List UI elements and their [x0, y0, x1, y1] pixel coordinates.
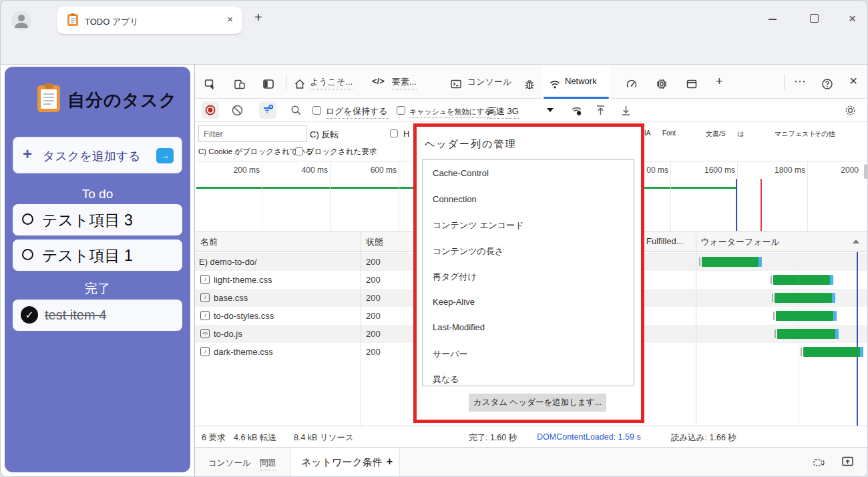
application-panel-icon[interactable]	[686, 78, 698, 90]
blocked-requests-checkbox[interactable]	[295, 147, 303, 155]
devtools-close-icon[interactable]: ×	[849, 73, 857, 89]
column-fulfilled[interactable]: Fulfilled...	[646, 236, 684, 246]
tab-elements[interactable]: 要素...	[392, 76, 417, 89]
throttling-select[interactable]: 高速 3G	[487, 105, 519, 119]
network-settings-gear-icon[interactable]	[844, 104, 856, 116]
filter-button[interactable]	[259, 101, 276, 119]
resource-type-filter[interactable]: マニフェスト	[775, 129, 815, 139]
tab-welcome[interactable]: ようこそ...	[310, 76, 353, 89]
resource-type-filter[interactable]: 文書/S	[706, 129, 725, 139]
invert-filter-label[interactable]: C) 反転	[310, 129, 339, 141]
debugger-bug-icon[interactable]	[523, 78, 535, 90]
inspect-element-icon[interactable]	[204, 78, 216, 90]
task-radio-icon[interactable]	[22, 213, 33, 225]
header-column-option[interactable]: 再タグ付け	[433, 271, 477, 283]
header-column-option[interactable]: Last-Modified	[433, 322, 485, 332]
tab-console[interactable]: コンソール	[467, 76, 511, 88]
tab-network[interactable]: Network	[542, 65, 610, 99]
tab-title: TODO アプリ	[85, 16, 139, 28]
column-waterfall[interactable]: ウォーターフォール	[700, 236, 780, 248]
filter-input[interactable]: Filter	[198, 125, 306, 142]
css-file-icon: /	[200, 293, 210, 302]
clear-button[interactable]	[231, 104, 243, 116]
overview-scrollbar[interactable]	[864, 164, 867, 179]
column-status[interactable]: 状態	[366, 236, 383, 248]
waterfall-bar[interactable]	[775, 293, 832, 303]
devtools-panel: ようこそ... </> 要素... コンソール Network	[194, 64, 868, 477]
todo-task-item[interactable]: テスト項目 3	[13, 204, 182, 235]
header-column-option[interactable]: Cache-Control	[433, 168, 489, 178]
waterfall-bar[interactable]	[773, 275, 830, 285]
request-name: base.css	[214, 293, 248, 303]
request-status: 200	[366, 329, 381, 339]
performance-gauge-icon[interactable]	[626, 78, 638, 90]
network-summary-bar: 6 要求 4.6 kB 転送 8.4 kB リソース 完了: 1.60 秒 DO…	[195, 426, 868, 447]
import-har-icon[interactable]	[594, 104, 606, 116]
console-tab-icon[interactable]	[450, 78, 462, 90]
waterfall-bar-cap	[758, 257, 762, 267]
more-tabs-plus-button[interactable]: +	[716, 75, 723, 89]
blocked-requests-label[interactable]: ブロックされた要求	[306, 147, 377, 157]
record-button[interactable]	[202, 101, 219, 119]
panel-layout-icon[interactable]	[262, 78, 274, 90]
resource-type-filter[interactable]: Font	[662, 129, 676, 137]
toolbar-divider	[286, 74, 286, 90]
welcome-tab-home-icon[interactable]	[294, 78, 306, 90]
waterfall-bar[interactable]	[777, 329, 835, 339]
new-tab-button[interactable]: +	[254, 10, 262, 25]
disable-cache-checkbox[interactable]	[397, 106, 405, 115]
dialog-title: ヘッダー列の管理	[425, 138, 516, 151]
help-icon[interactable]	[821, 78, 833, 90]
add-task-field[interactable]: + タスクを追加する →	[13, 137, 182, 173]
export-har-icon[interactable]	[620, 104, 632, 116]
resource-type-filter[interactable]: その他	[815, 129, 835, 139]
header-column-option[interactable]: Keep-Alive	[433, 297, 475, 307]
resource-type-filter[interactable]: は	[737, 129, 744, 139]
request-status: 200	[366, 257, 381, 267]
waterfall-bar[interactable]	[803, 347, 860, 357]
drawer-tab-console[interactable]: コンソール	[208, 458, 251, 469]
done-task-item[interactable]: ✓test item 4	[13, 300, 182, 331]
add-task-submit-button[interactable]: →	[156, 148, 174, 163]
search-icon[interactable]	[290, 104, 302, 116]
sort-ascending-icon[interactable]	[853, 240, 859, 244]
window-close-button[interactable]: ×	[849, 11, 856, 26]
drawer-tab-network-conditions[interactable]: ネットワーク条件 +	[290, 448, 400, 477]
header-column-option[interactable]: 異なる	[433, 374, 459, 386]
network-conditions-icon[interactable]	[570, 104, 582, 116]
device-emulation-icon[interactable]	[234, 78, 246, 90]
task-radio-icon[interactable]	[22, 249, 33, 260]
column-divider-waterfall[interactable]	[696, 231, 696, 426]
done-section-heading: 完了	[5, 280, 190, 298]
waterfall-bar[interactable]	[776, 311, 833, 321]
header-column-option[interactable]: コンテンツの長さ	[433, 246, 503, 258]
column-divider-status[interactable]	[361, 231, 361, 426]
tab-close-icon[interactable]: ×	[227, 13, 233, 25]
devtools-tab-bar: ようこそ... </> 要素... コンソール Network	[195, 65, 868, 99]
column-name[interactable]: 名前	[200, 236, 218, 248]
memory-chip-icon[interactable]	[656, 78, 668, 90]
drawer-expand-icon[interactable]	[841, 456, 853, 468]
header-column-option[interactable]: コンテンツ エンコード	[433, 219, 523, 231]
waterfall-bar-cap	[835, 329, 839, 339]
browser-tab[interactable]: TODO アプリ ×	[57, 7, 242, 34]
drawer-tab-issues[interactable]: 問題	[260, 458, 276, 470]
todo-task-item[interactable]: テスト項目 1	[13, 240, 182, 271]
waterfall-bar[interactable]	[702, 257, 758, 267]
task-check-icon[interactable]: ✓	[21, 306, 38, 324]
drawer-plus-button[interactable]: +	[387, 456, 393, 468]
hide-data-checkbox[interactable]	[390, 129, 398, 137]
drawer-restore-icon[interactable]	[813, 457, 825, 469]
profile-avatar-icon[interactable]	[10, 9, 33, 32]
preserve-log-checkbox[interactable]	[312, 106, 321, 115]
elements-tab-code-icon[interactable]: </>	[372, 76, 385, 86]
waterfall-bar-cap	[832, 293, 835, 303]
resource-type-filter[interactable]: IA	[644, 129, 650, 137]
add-custom-header-button[interactable]: カスタム ヘッダーを追加します...	[469, 394, 606, 412]
window-maximize-button[interactable]	[810, 14, 819, 23]
header-column-option[interactable]: サーバー	[433, 348, 468, 360]
resources-size: 8.4 kB リソース	[294, 432, 354, 444]
window-minimize-button[interactable]	[769, 19, 777, 20]
devtools-more-menu-icon[interactable]: ⋯	[794, 74, 806, 89]
header-column-option[interactable]: Connection	[433, 194, 477, 204]
